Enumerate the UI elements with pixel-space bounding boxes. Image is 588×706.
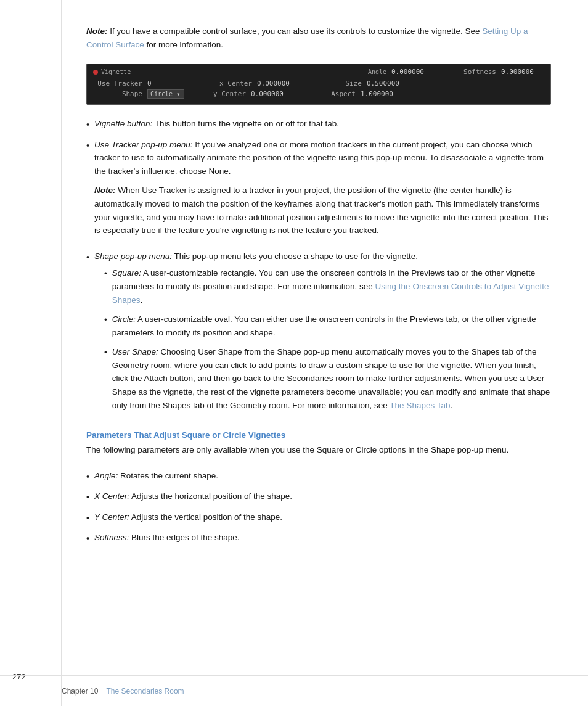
bullet-shape-menu: • Shape pop-up menu: This pop-up menu le… — [86, 250, 551, 419]
section-heading: Parameters That Adjust Square or Circle … — [86, 430, 551, 440]
vi-usetracker-label: Use Tracker — [93, 80, 142, 88]
vignette-row-1: Use Tracker 0 x Center 0.000000 Size 0.5… — [93, 80, 544, 88]
term-shape-menu: Shape pop-up menu: — [94, 252, 172, 261]
text-circle: A user-customizable oval. You can either… — [112, 314, 536, 337]
term-user-shape: User Shape: — [112, 347, 158, 356]
note-tracker-bold: Note: — [94, 186, 116, 195]
sub-bullet-square: • Square: A user-customizable rectangle.… — [104, 266, 551, 306]
vi-shape-select: Circle ▾ — [147, 89, 184, 99]
param-softness: • Softness: Blurs the edges of the shape… — [86, 531, 551, 545]
param-content-xcenter: X Center: Adjusts the horizontal positio… — [94, 490, 551, 503]
bullet-content-2: Use Tracker pop-up menu: If you've analy… — [94, 138, 551, 244]
vignette-row-2: Shape Circle ▾ y Center 0.000000 Aspect … — [93, 89, 544, 99]
link-shapes-tab[interactable]: The Shapes Tab — [390, 401, 450, 410]
param-dot-xcenter: • — [86, 490, 89, 504]
text-vignette-button: This button turns the vignette on or off… — [152, 119, 339, 128]
term-circle: Circle: — [112, 314, 136, 324]
left-margin: 272 — [0, 0, 62, 706]
note-intro-text2: for more information. — [144, 40, 223, 49]
sub-content-circle: Circle: A user-customizable oval. You ca… — [112, 313, 551, 339]
footer-chapter: Chapter 10 The Secondaries Room — [62, 687, 184, 696]
sub-bullet-list: • Square: A user-customizable rectangle.… — [104, 266, 551, 412]
vi-xcenter-label: x Center — [209, 80, 252, 88]
vignette-screenshot: Vignette Angle 0.000000 Softness 0.00000… — [86, 64, 551, 105]
vi-size-label: Size — [319, 80, 362, 88]
param-content-softness: Softness: Blurs the edges of the shape. — [94, 531, 551, 544]
bullet-dot-2: • — [86, 139, 89, 152]
vi-angle-label: Angle — [343, 68, 386, 75]
vignette-close-dot — [93, 70, 98, 75]
param-dot-angle: • — [86, 470, 89, 483]
content-area: Note: If you have a compatible control s… — [62, 0, 588, 706]
text-square-end: . — [140, 295, 142, 305]
bullet-use-tracker: • Use Tracker pop-up menu: If you've ana… — [86, 138, 551, 244]
term-softness: Softness: — [94, 533, 129, 542]
term-ycenter: Y Center: — [94, 512, 129, 522]
text-angle: Rotates the current shape. — [118, 471, 218, 480]
vignette-title: Vignette — [101, 68, 131, 75]
vi-shape-label: Shape — [93, 90, 142, 98]
text-ycenter: Adjusts the vertical position of the sha… — [129, 512, 282, 522]
vi-softness-value: 0.000000 — [501, 68, 544, 76]
note-tracker-text: When Use Tracker is assigned to a tracke… — [94, 186, 549, 235]
bullet-dot-3: • — [86, 250, 89, 264]
sub-bullet-dot-user-shape: • — [104, 346, 107, 359]
term-angle: Angle: — [94, 471, 118, 480]
sub-bullet-circle: • Circle: A user-customizable oval. You … — [104, 313, 551, 339]
footer-bar: Chapter 10 The Secondaries Room — [0, 675, 588, 706]
term-xcenter: X Center: — [94, 491, 129, 501]
vi-angle-value: 0.000000 — [391, 68, 435, 76]
vi-ycenter-label: y Center — [203, 90, 246, 98]
main-bullet-list: • Vignette button: This button turns the… — [86, 117, 551, 418]
text-shape-menu: This pop-up menu lets you choose a shape… — [172, 252, 418, 261]
page-container: 272 Note: If you have a compatible contr… — [0, 0, 588, 706]
text-user-shape-end: . — [450, 401, 452, 410]
vi-aspect-label: Aspect — [312, 90, 356, 98]
param-angle: • Angle: Rotates the current shape. — [86, 469, 551, 483]
vi-ycenter-value: 0.000000 — [251, 90, 294, 98]
param-ycenter: • Y Center: Adjusts the vertical positio… — [86, 511, 551, 525]
note-bold-label: Note: — [86, 27, 108, 36]
note-intro-text: If you have a compatible control surface… — [108, 27, 483, 36]
term-vignette-button: Vignette button: — [94, 119, 152, 128]
param-dot-ycenter: • — [86, 511, 89, 525]
vignette-title-bar: Vignette Angle 0.000000 Softness 0.00000… — [93, 68, 544, 76]
bullet-content-3: Shape pop-up menu: This pop-up menu lets… — [94, 250, 551, 419]
note-intro-paragraph: Note: If you have a compatible control s… — [86, 25, 551, 51]
sub-bullet-dot-circle: • — [104, 313, 107, 327]
vi-softness-label: Softness — [453, 68, 496, 76]
bullet-vignette-button: • Vignette button: This button turns the… — [86, 117, 551, 131]
footer-chapter-link: The Secondaries Room — [107, 687, 184, 696]
text-xcenter: Adjusts the horizontal position of the s… — [129, 491, 292, 501]
param-xcenter: • X Center: Adjusts the horizontal posit… — [86, 490, 551, 504]
page-wrapper: 272 Note: If you have a compatible contr… — [0, 0, 588, 706]
sub-content-user-shape: User Shape: Choosing User Shape from the… — [112, 345, 551, 412]
term-use-tracker: Use Tracker pop-up menu: — [94, 140, 193, 149]
sub-content-square: Square: A user-customizable rectangle. Y… — [112, 266, 551, 306]
param-content-angle: Angle: Rotates the current shape. — [94, 469, 551, 483]
sub-bullet-dot-square: • — [104, 267, 107, 281]
text-user-shape: Choosing User Shape from the Shape pop-u… — [112, 347, 550, 409]
sub-bullet-user-shape: • User Shape: Choosing User Shape from t… — [104, 345, 551, 412]
note-tracker-block: Note: When Use Tracker is assigned to a … — [94, 184, 551, 237]
vi-usetracker-value: 0 — [147, 80, 190, 88]
params-bullet-list: • Angle: Rotates the current shape. • X … — [86, 469, 551, 546]
section-intro: The following parameters are only availa… — [86, 443, 551, 457]
bullet-dot-1: • — [86, 118, 89, 131]
footer-chapter-label: Chapter 10 — [62, 687, 98, 696]
param-content-ycenter: Y Center: Adjusts the vertical position … — [94, 511, 551, 524]
vi-size-value: 0.500000 — [367, 80, 410, 88]
text-softness: Blurs the edges of the shape. — [129, 533, 239, 542]
param-dot-softness: • — [86, 532, 89, 545]
term-square: Square: — [112, 268, 141, 277]
vi-xcenter-value: 0.000000 — [257, 80, 300, 88]
vi-aspect-value: 1.000000 — [361, 90, 404, 98]
bullet-content-1: Vignette button: This button turns the v… — [94, 117, 551, 131]
